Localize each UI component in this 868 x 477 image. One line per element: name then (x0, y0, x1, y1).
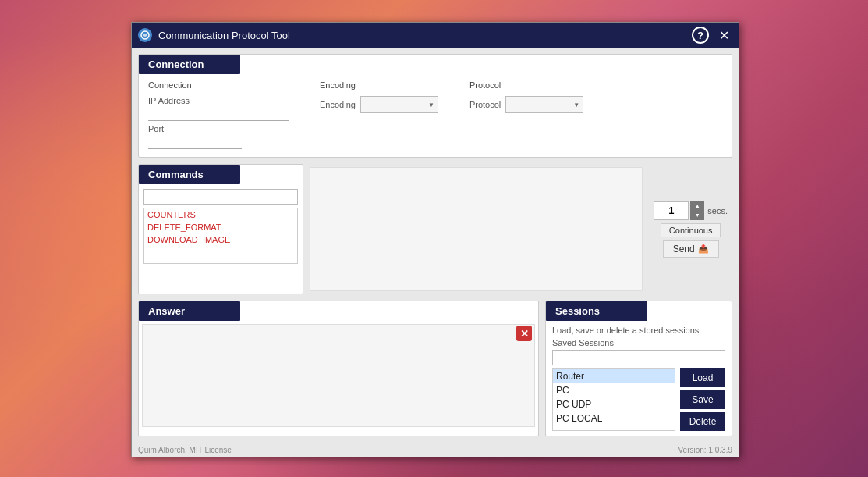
sessions-list-area: Router PC PC UDP PC LOCAL Load Save Dele… (552, 368, 725, 431)
encoding-arrow: ▼ (428, 101, 434, 109)
port-label: Port (148, 124, 289, 133)
answer-inner: ✕ (139, 321, 538, 430)
content-area: Connection Connection IP Address Port (132, 48, 739, 443)
answer-textarea[interactable] (142, 324, 535, 427)
encoding-combo[interactable]: ▼ (360, 96, 438, 113)
encoding-section: Encoding Encoding ▼ (320, 80, 438, 149)
main-window: Communication Protocol Tool ? ✕ Connecti… (131, 22, 739, 457)
encoding-field-label: Encoding (320, 100, 356, 109)
spinner-control: ▲ ▼ secs. (654, 201, 728, 220)
title-bar: Communication Protocol Tool ? ✕ (132, 23, 739, 48)
send-icon: 📤 (698, 244, 709, 254)
commands-panel: Commands COUNTERS DELETE_FORMAT DOWNLOAD… (138, 164, 303, 294)
answer-clear-button[interactable]: ✕ (516, 326, 532, 341)
commands-search[interactable] (143, 189, 298, 205)
bottom-area: Answer ✕ Sessions Load, save or delete a… (138, 301, 732, 436)
load-button[interactable]: Load (680, 368, 725, 387)
sessions-header: Sessions (546, 301, 647, 321)
help-button[interactable]: ? (692, 27, 709, 44)
connection-inner: Connection IP Address Port Encoding Enco… (139, 74, 732, 157)
app-title: Communication Protocol Tool (158, 30, 692, 41)
commands-list-ul: COUNTERS DELETE_FORMAT DOWNLOAD_IMAGE (144, 208, 297, 246)
sessions-label: Saved Sessions (552, 338, 725, 347)
list-item[interactable]: Router (553, 369, 675, 383)
sessions-description: Load, save or delete a stored sessions (552, 326, 725, 335)
title-controls: ? ✕ (692, 27, 732, 44)
commands-header: Commands (139, 165, 240, 184)
ip-field-group: IP Address (148, 96, 289, 121)
protocol-row: Protocol ▼ (469, 96, 583, 113)
answer-panel: Answer ✕ (138, 301, 539, 436)
ip-label: IP Address (148, 96, 289, 105)
protocol-field-label: Protocol (469, 100, 501, 109)
connection-section-label: Connection (148, 80, 289, 90)
connection-fields: Connection IP Address Port (148, 80, 289, 149)
encoding-section-label: Encoding (320, 80, 438, 90)
protocol-arrow: ▼ (573, 101, 579, 109)
command-textarea[interactable] (310, 168, 642, 290)
protocol-combo[interactable]: ▼ (505, 96, 583, 113)
commands-list: COUNTERS DELETE_FORMAT DOWNLOAD_IMAGE (144, 208, 297, 263)
license-text: Quim Alborch. MIT License (138, 446, 232, 454)
save-button[interactable]: Save (680, 390, 725, 409)
close-button[interactable]: ✕ (715, 27, 732, 44)
commands-list-wrapper: COUNTERS DELETE_FORMAT DOWNLOAD_IMAGE (143, 208, 298, 264)
protocol-section: Protocol Protocol ▼ (469, 80, 583, 149)
list-item[interactable]: DOWNLOAD_IMAGE (144, 233, 297, 246)
footer: Quim Alborch. MIT License Version: 1.0.3… (132, 443, 739, 457)
clear-icon: ✕ (516, 326, 532, 341)
list-item[interactable]: PC (553, 383, 675, 397)
spinner-input[interactable] (654, 201, 689, 220)
send-button[interactable]: Send 📤 (663, 240, 719, 258)
port-input[interactable] (148, 136, 242, 149)
commands-area: Commands COUNTERS DELETE_FORMAT DOWNLOAD… (138, 164, 732, 294)
send-controls: ▲ ▼ secs. Continuous Send 📤 (649, 164, 732, 294)
continuous-button[interactable]: Continuous (661, 223, 721, 237)
port-field-group: Port (148, 124, 289, 149)
commands-inner: COUNTERS DELETE_FORMAT DOWNLOAD_IMAGE (139, 184, 303, 269)
spinner-down-button[interactable]: ▼ (690, 211, 704, 220)
sessions-search[interactable] (552, 350, 725, 365)
answer-header: Answer (139, 301, 240, 321)
sessions-inner: Load, save or delete a stored sessions S… (546, 321, 732, 436)
app-icon (138, 28, 152, 42)
sessions-list-container: Router PC PC UDP PC LOCAL (552, 368, 675, 431)
sessions-buttons: Load Save Delete (680, 368, 725, 431)
list-item[interactable]: COUNTERS (144, 208, 297, 221)
version-text: Version: 1.0.3.9 (678, 446, 733, 454)
spinner-up-button[interactable]: ▲ (690, 201, 704, 211)
spinner-buttons: ▲ ▼ (690, 201, 704, 220)
encoding-row: Encoding ▼ (320, 96, 438, 113)
list-item[interactable]: DELETE_FORMAT (144, 221, 297, 233)
sessions-panel: Sessions Load, save or delete a stored s… (545, 301, 732, 436)
list-item[interactable]: PC UDP (553, 397, 675, 411)
list-item[interactable]: PC LOCAL (553, 411, 675, 425)
connection-header: Connection (139, 55, 240, 74)
command-text-panel (310, 167, 643, 291)
sessions-list: Router PC PC UDP PC LOCAL (553, 369, 675, 425)
secs-label: secs. (707, 206, 728, 215)
protocol-section-label: Protocol (469, 80, 583, 90)
delete-button[interactable]: Delete (680, 412, 725, 431)
send-label: Send (673, 244, 695, 255)
connection-panel: Connection Connection IP Address Port (138, 54, 732, 158)
ip-input[interactable] (148, 108, 289, 121)
